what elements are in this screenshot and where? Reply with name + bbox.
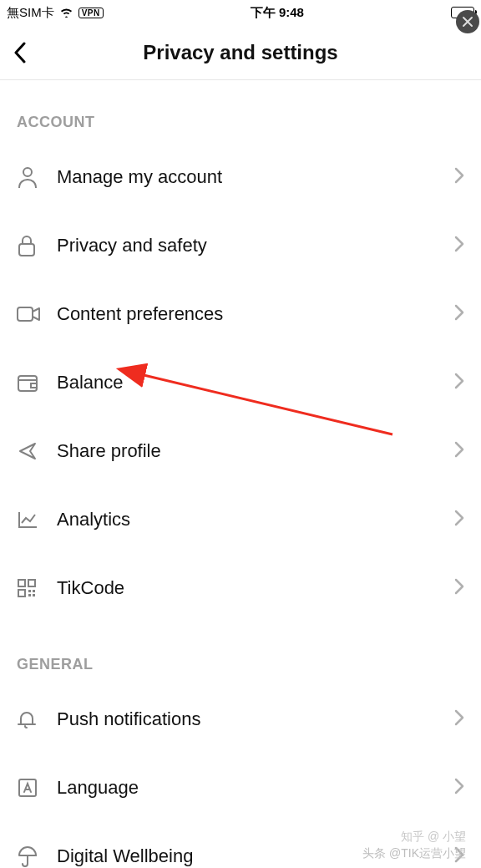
status-bar: 無SIM卡 VPN 下午 9:48 bbox=[0, 0, 481, 25]
svg-rect-1 bbox=[19, 244, 34, 256]
row-balance[interactable]: Balance bbox=[0, 348, 481, 417]
section-account-title: ACCOUNT bbox=[0, 80, 481, 143]
svg-point-0 bbox=[23, 168, 32, 176]
row-label: Push notifications bbox=[57, 708, 454, 730]
chevron-right-icon bbox=[454, 578, 464, 598]
svg-rect-8 bbox=[28, 590, 31, 592]
row-privacy-safety[interactable]: Privacy and safety bbox=[0, 211, 481, 280]
bell-icon bbox=[17, 708, 57, 731]
video-icon bbox=[17, 305, 57, 323]
header: Privacy and settings bbox=[0, 25, 481, 80]
row-language[interactable]: Language bbox=[0, 754, 481, 822]
row-label: Manage my account bbox=[57, 166, 454, 188]
row-label: Balance bbox=[57, 372, 454, 393]
vpn-indicator: VPN bbox=[78, 8, 104, 18]
svg-rect-10 bbox=[28, 594, 31, 596]
chevron-right-icon bbox=[454, 236, 464, 256]
svg-rect-4 bbox=[31, 383, 37, 388]
svg-rect-2 bbox=[18, 307, 33, 321]
qr-icon bbox=[17, 578, 57, 598]
share-icon bbox=[17, 440, 57, 462]
row-label: Analytics bbox=[57, 509, 454, 530]
svg-rect-9 bbox=[33, 590, 35, 592]
chevron-right-icon bbox=[454, 304, 464, 324]
watermark-line1: 知乎 @ 小望 bbox=[401, 830, 466, 845]
row-label: Privacy and safety bbox=[57, 235, 454, 256]
row-push-notifications[interactable]: Push notifications bbox=[0, 685, 481, 754]
chevron-right-icon bbox=[454, 167, 464, 187]
row-manage-account[interactable]: Manage my account bbox=[0, 143, 481, 211]
row-label: Language bbox=[57, 777, 454, 799]
chevron-right-icon bbox=[454, 778, 464, 798]
svg-rect-11 bbox=[33, 594, 35, 596]
row-label: Content preferences bbox=[57, 303, 454, 325]
chevron-right-icon bbox=[454, 709, 464, 729]
section-general-title: GENERAL bbox=[0, 622, 481, 685]
row-content-preferences[interactable]: Content preferences bbox=[0, 280, 481, 348]
chevron-right-icon bbox=[454, 441, 464, 461]
umbrella-icon bbox=[17, 845, 57, 868]
row-label: TikCode bbox=[57, 577, 454, 599]
chevron-right-icon bbox=[454, 510, 464, 530]
close-icon[interactable] bbox=[456, 10, 479, 33]
svg-rect-7 bbox=[18, 590, 25, 596]
status-time: 下午 9:48 bbox=[251, 5, 304, 21]
language-icon bbox=[17, 777, 57, 799]
chart-icon bbox=[17, 510, 57, 530]
row-tikcode[interactable]: TikCode bbox=[0, 554, 481, 622]
row-share-profile[interactable]: Share profile bbox=[0, 417, 481, 485]
svg-rect-5 bbox=[18, 580, 25, 586]
svg-rect-6 bbox=[28, 580, 35, 586]
watermark-line2: 头条 @TIK运营小望 bbox=[362, 846, 466, 861]
carrier-text: 無SIM卡 bbox=[7, 5, 54, 21]
page-title: Privacy and settings bbox=[0, 41, 481, 64]
person-icon bbox=[17, 165, 57, 189]
row-label: Share profile bbox=[57, 440, 454, 462]
row-analytics[interactable]: Analytics bbox=[0, 485, 481, 554]
wifi-icon bbox=[59, 6, 73, 20]
chevron-right-icon bbox=[454, 373, 464, 393]
lock-icon bbox=[17, 234, 57, 257]
wallet-icon bbox=[17, 373, 57, 393]
